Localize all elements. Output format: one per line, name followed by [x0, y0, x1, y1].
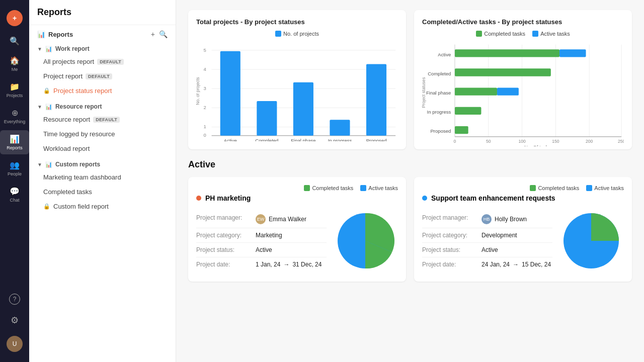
legend-active: Active tasks — [360, 185, 398, 191]
ph-marketing-details: Project manager: EW Emma Walker Project … — [196, 211, 327, 272]
svg-text:In progress: In progress — [328, 138, 352, 141]
legend-blue — [360, 185, 366, 191]
folder-icon: 📁 — [10, 82, 20, 92]
nav-reports-button[interactable]: 📊 Reports — [0, 130, 29, 154]
sidebar-item-project-status[interactable]: 🔒 Project status report — [29, 83, 176, 98]
reports-section-header: 📊 Reports + 🔍 — [29, 25, 176, 40]
nav-projects-button[interactable]: 📁 Projects — [0, 78, 29, 102]
sidebar-title: Reports — [29, 0, 176, 25]
ph-marketing-name: PH marketing — [205, 194, 251, 202]
legend-completed2: Completed tasks — [530, 185, 579, 191]
svg-text:Final phase: Final phase — [426, 90, 451, 96]
svg-rect-15 — [330, 120, 350, 136]
sidebar: Reports 📊 Reports + 🔍 ▼ 📊 Work report Al… — [29, 0, 176, 362]
nav-add-button[interactable]: + — [0, 6, 29, 30]
work-report-icon: 📊 — [45, 46, 52, 52]
nav-reports-label: Reports — [7, 145, 23, 150]
help-icon: ? — [9, 294, 20, 305]
sidebar-item-custom-field[interactable]: 🔒 Custom field report — [29, 199, 176, 214]
svg-text:4: 4 — [204, 66, 207, 72]
icon-nav: + 🔍 🏠 Me 📁 Projects ⊕ Everything 📊 Repor… — [0, 0, 29, 362]
grid-icon: ⊕ — [12, 108, 18, 118]
sidebar-item-workload[interactable]: Workload report — [29, 141, 176, 156]
svg-text:5: 5 — [204, 47, 206, 53]
ph-status-row: Project status: Active — [196, 243, 327, 257]
legend-no-of-projects: No. of projects — [275, 31, 319, 37]
legend-green — [304, 185, 310, 191]
home-icon: 🏠 — [10, 56, 20, 65]
top-charts-row: Total projects - By project statuses No.… — [188, 10, 632, 149]
nav-avatar-button[interactable]: U — [5, 332, 25, 356]
default-badge: DEFAULT — [86, 73, 112, 79]
support-pie-svg — [558, 208, 624, 274]
sidebar-item-marketing-dashboard[interactable]: Marketing team dashboard — [29, 170, 176, 185]
sidebar-item-completed-tasks[interactable]: Completed tasks — [29, 185, 176, 199]
svg-text:In progress: In progress — [427, 109, 451, 115]
nav-chat-button[interactable]: 💬 Chat — [0, 183, 29, 207]
legend-green2 — [530, 185, 536, 191]
chart2-legend: Completed tasks Active tasks — [422, 31, 624, 37]
nav-help-button[interactable]: ? — [5, 290, 25, 309]
svg-rect-41 — [455, 126, 468, 134]
support-status-row: Project status: Active — [422, 243, 552, 257]
holly-brown-avatar: HB — [481, 214, 492, 224]
svg-text:Proposed: Proposed — [431, 128, 451, 134]
ph-category-row: Project category: Marketing — [196, 228, 327, 243]
chat-icon: 💬 — [10, 187, 20, 196]
support-team-name: Support team enhancement requests — [431, 194, 555, 202]
support-team-header: Support team enhancement requests — [422, 194, 624, 202]
sidebar-item-time-logged[interactable]: Time logged by resource — [29, 127, 176, 141]
sidebar-item-all-projects[interactable]: All projects report DEFAULT — [29, 54, 176, 69]
svg-text:Proposed: Proposed — [366, 138, 387, 141]
nav-people-button[interactable]: 👥 People — [0, 156, 29, 180]
svg-text:No. Of tasks: No. Of tasks — [524, 144, 551, 146]
resource-report-icon: 📊 — [45, 104, 52, 110]
legend-blue2 — [586, 185, 592, 191]
svg-rect-37 — [455, 68, 551, 76]
ph-marketing-header: PH marketing — [196, 194, 398, 202]
svg-text:250: 250 — [618, 139, 624, 144]
completed-active-chart-card: Completed/Active tasks - By project stat… — [414, 10, 632, 149]
default-badge: DEFAULT — [93, 117, 120, 123]
support-category-row: Project category: Development — [422, 228, 552, 243]
ph-pie-svg — [333, 208, 398, 274]
reports-actions[interactable]: + 🔍 — [151, 30, 168, 38]
custom-reports-icon: 📊 — [45, 161, 52, 168]
resource-report-header[interactable]: ▼ 📊 Resource report — [29, 98, 176, 112]
work-report-header[interactable]: ▼ 📊 Work report — [29, 40, 176, 54]
support-team-card: Completed tasks Active tasks Support tea… — [414, 177, 632, 282]
svg-rect-12 — [220, 51, 240, 136]
svg-text:Completed: Completed — [428, 71, 451, 76]
nav-everything-button[interactable]: ⊕ Everything — [0, 104, 29, 128]
svg-rect-39 — [497, 88, 519, 96]
svg-text:150: 150 — [552, 139, 559, 144]
bar-chart-1-svg: 5 4 3 2 1 0 — [196, 41, 398, 141]
nav-me-button[interactable]: 🏠 Me — [0, 52, 29, 76]
reports-section-label: 📊 Reports — [37, 31, 73, 38]
svg-text:0: 0 — [454, 139, 456, 144]
sidebar-item-project-report[interactable]: Project report DEFAULT — [29, 69, 176, 83]
legend-completed: Completed tasks — [304, 185, 353, 191]
sidebar-item-resource-report[interactable]: Resource report DEFAULT — [29, 112, 176, 127]
support-team-details-chart: Project manager: HB Holly Brown Project … — [422, 208, 624, 274]
legend-active2: Active tasks — [586, 185, 624, 191]
svg-rect-16 — [366, 64, 386, 136]
svg-text:Completed: Completed — [255, 138, 278, 141]
search-report-button[interactable]: 🔍 — [159, 30, 168, 38]
svg-rect-40 — [455, 107, 481, 115]
chart2-title: Completed/Active tasks - By project stat… — [422, 18, 624, 26]
legend-completed-tasks: Completed tasks — [476, 31, 525, 37]
nav-me-label: Me — [12, 67, 18, 72]
bar-chart-1: 5 4 3 2 1 0 — [196, 41, 398, 141]
nav-settings-button[interactable]: ⚙ — [5, 311, 25, 330]
emma-walker-avatar: EW — [256, 214, 266, 224]
svg-text:Active: Active — [224, 138, 237, 141]
nav-search-button[interactable]: 🔍 — [0, 32, 29, 50]
custom-reports-header[interactable]: ▼ 📊 Custom reports — [29, 156, 176, 170]
chevron-down-icon: ▼ — [37, 104, 42, 110]
svg-text:50: 50 — [486, 139, 491, 144]
main-content: Total projects - By project statuses No.… — [176, 0, 644, 362]
svg-text:0: 0 — [204, 132, 206, 138]
add-report-button[interactable]: + — [151, 30, 155, 38]
ph-manager-row: Project manager: EW Emma Walker — [196, 211, 327, 228]
